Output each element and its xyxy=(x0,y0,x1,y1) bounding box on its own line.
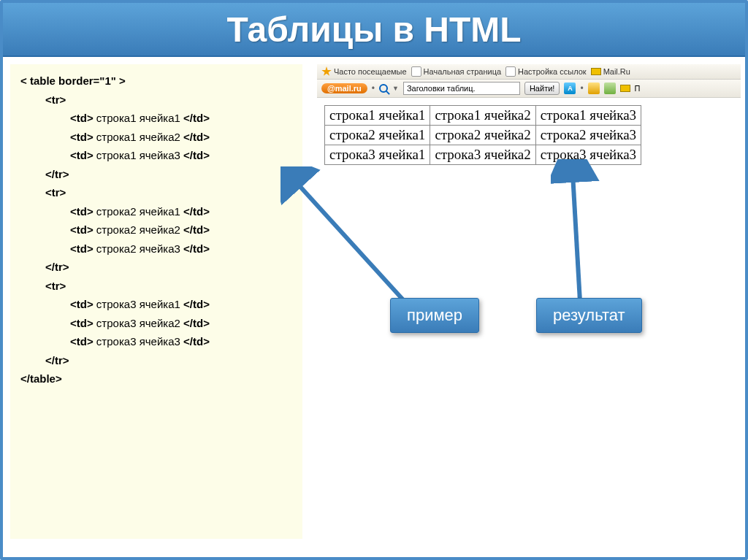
code-line: </table> xyxy=(20,369,292,388)
svg-line-1 xyxy=(573,174,580,302)
bookmark-start[interactable]: Начальная страница xyxy=(411,66,501,77)
table-cell: строка2 ячейка1 xyxy=(325,126,430,145)
table-cell: строка1 ячейка1 xyxy=(325,106,430,126)
mail-badge[interactable]: @mail.ru xyxy=(321,83,367,93)
code-line: <td> строка1 ячейка1 </td> xyxy=(20,109,292,128)
label-example: пример xyxy=(390,298,479,333)
tool-icon[interactable] xyxy=(604,83,616,94)
svg-line-0 xyxy=(295,181,405,302)
table-cell: строка2 ячейка2 xyxy=(430,126,535,145)
code-line: </tr> xyxy=(20,165,292,184)
browser-panel: Часто посещаемые Начальная страница Наст… xyxy=(317,64,741,172)
code-line: </tr> xyxy=(20,351,292,370)
rendered-table: строка1 ячейка1 строка1 ячейка2 строка1 … xyxy=(324,105,641,165)
table-cell: строка2 ячейка3 xyxy=(535,126,641,145)
table-cell: строка1 ячейка3 xyxy=(535,106,641,126)
search-input[interactable] xyxy=(403,82,520,95)
bookmarks-toolbar: Часто посещаемые Начальная страница Наст… xyxy=(317,64,741,80)
find-button[interactable]: Найти! xyxy=(524,82,560,95)
table-row: строка2 ячейка1 строка2 ячейка2 строка2 … xyxy=(325,126,641,145)
table-row: строка3 ячейка1 строка3 ячейка2 строка3 … xyxy=(325,145,641,165)
content-area: < table border="1" > <tr> <td> строка1 я… xyxy=(3,57,745,557)
table-cell: строка3 ячейка3 xyxy=(535,145,641,165)
code-line: <td> строка1 ячейка3 </td> xyxy=(20,146,292,165)
result-area: строка1 ячейка1 строка1 ячейка2 строка1 … xyxy=(317,98,741,172)
table-cell: строка3 ячейка2 xyxy=(430,145,535,165)
code-line: <td> строка2 ячейка3 </td> xyxy=(20,239,292,258)
toolbar-right-label: П xyxy=(635,84,641,93)
code-line: <td> строка3 ячейка1 </td> xyxy=(20,295,292,314)
mail-icon[interactable] xyxy=(620,85,630,92)
bookmark-links[interactable]: Настройка ссылок xyxy=(505,66,587,77)
code-line: <td> строка2 ячейка1 </td> xyxy=(20,202,292,221)
code-line: <td> строка3 ячейка3 </td> xyxy=(20,332,292,351)
code-line: <tr> xyxy=(20,183,292,202)
bookmark-frequent[interactable]: Часто посещаемые xyxy=(321,66,407,77)
code-line: <tr> xyxy=(20,91,292,110)
search-toolbar: @mail.ru • ▼ Найти! A • П xyxy=(317,80,741,98)
code-line: </tr> xyxy=(20,258,292,277)
slide: Таблицы в HTML < table border="1" > <tr>… xyxy=(0,0,748,560)
font-icon[interactable]: A xyxy=(564,83,576,94)
code-line: <td> строка3 ячейка2 </td> xyxy=(20,314,292,333)
code-line: < table border="1" > xyxy=(20,72,292,91)
page-icon xyxy=(505,66,516,77)
tool-icon[interactable] xyxy=(588,83,600,94)
mail-icon xyxy=(591,68,601,75)
label-result: результат xyxy=(536,298,642,333)
page-icon xyxy=(411,66,421,77)
bookmark-mail[interactable]: Mail.Ru xyxy=(591,67,630,76)
code-panel: < table border="1" > <tr> <td> строка1 я… xyxy=(10,64,302,539)
table-cell: строка1 ячейка2 xyxy=(430,106,535,126)
search-icon xyxy=(379,84,388,93)
table-row: строка1 ячейка1 строка1 ячейка2 строка1 … xyxy=(325,106,641,126)
arrow-result xyxy=(551,159,609,305)
star-icon xyxy=(321,66,332,77)
code-line: <td> строка2 ячейка2 </td> xyxy=(20,220,292,239)
code-line: <td> строка1 ячейка2 </td> xyxy=(20,128,292,147)
slide-title: Таблицы в HTML xyxy=(226,9,521,50)
code-line: <tr> xyxy=(20,277,292,296)
table-cell: строка3 ячейка1 xyxy=(325,145,430,165)
title-bar: Таблицы в HTML xyxy=(3,3,745,57)
